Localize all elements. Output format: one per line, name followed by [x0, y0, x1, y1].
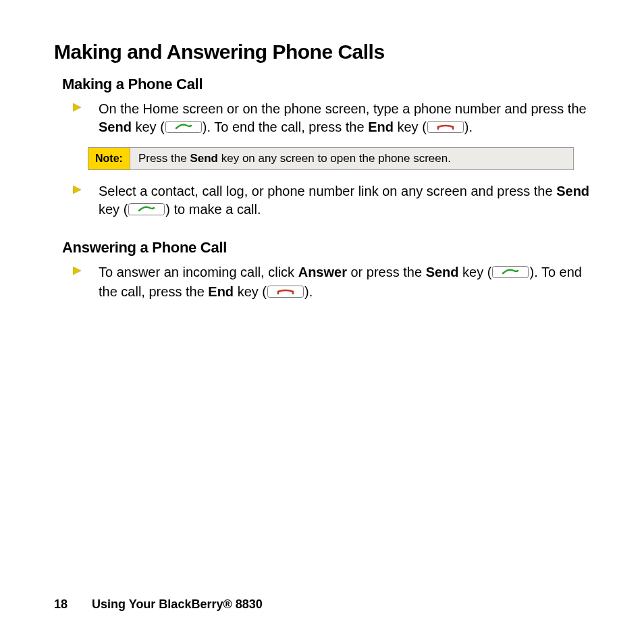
- text-fragment: ) to make a call.: [165, 202, 261, 217]
- text-fragment: or press the: [347, 265, 426, 279]
- list-item: To answer an incoming call, click Answer…: [73, 263, 590, 302]
- send-key-icon: [492, 265, 529, 283]
- end-key-icon: [267, 284, 304, 302]
- list-item: On the Home screen or on the phone scree…: [73, 100, 590, 138]
- text-fragment: ). To end the call, press the: [203, 119, 368, 134]
- section-heading-making: Making a Phone Call: [62, 76, 590, 93]
- note-label: Note:: [88, 148, 130, 169]
- text-fragment: Select a contact, call log, or phone num…: [99, 184, 556, 198]
- note-body: Press the Send key on any screen to open…: [130, 148, 573, 169]
- svg-rect-9: [268, 286, 304, 298]
- bullet-text: On the Home screen or on the phone scree…: [99, 100, 590, 138]
- bullet-triangle-icon: [73, 267, 84, 302]
- svg-marker-0: [73, 103, 81, 111]
- svg-rect-2: [427, 122, 463, 133]
- send-label: Send: [99, 119, 132, 134]
- text-fragment: On the Home screen or on the phone scree…: [99, 101, 587, 116]
- text-fragment: key (: [99, 202, 128, 217]
- svg-rect-8: [493, 267, 529, 278]
- svg-marker-7: [73, 267, 81, 275]
- text-fragment: To answer an incoming call, click: [99, 265, 298, 279]
- page-footer: 18Using Your BlackBerry® 8830: [54, 597, 263, 612]
- text-fragment: ).: [304, 284, 313, 299]
- send-label: Send: [556, 184, 589, 198]
- page-number: 18: [54, 597, 68, 612]
- bullet-text: Select a contact, call log, or phone num…: [99, 182, 590, 220]
- text-fragment: Press the: [138, 152, 190, 165]
- svg-marker-5: [73, 186, 81, 194]
- svg-rect-1: [165, 122, 201, 133]
- book-title: Using Your BlackBerry® 8830: [92, 597, 263, 611]
- page-title: Making and Answering Phone Calls: [54, 41, 590, 63]
- text-fragment: key (: [234, 284, 267, 299]
- send-label: Send: [426, 265, 459, 279]
- end-label: End: [368, 119, 394, 134]
- send-label: Send: [190, 152, 218, 165]
- svg-rect-6: [129, 204, 165, 215]
- text-fragment: ).: [464, 119, 473, 134]
- list-item: Select a contact, call log, or phone num…: [73, 182, 590, 220]
- send-key-icon: [165, 119, 202, 138]
- end-label: End: [208, 284, 234, 299]
- text-fragment: key (: [132, 119, 165, 134]
- bullet-text: To answer an incoming call, click Answer…: [99, 263, 590, 302]
- bullet-triangle-icon: [73, 103, 84, 138]
- document-page: Making and Answering Phone Calls Making …: [0, 0, 644, 644]
- note-box: Note: Press the Send key on any screen t…: [88, 147, 574, 170]
- section-heading-answering: Answering a Phone Call: [62, 239, 590, 257]
- answer-label: Answer: [298, 265, 347, 279]
- end-key-icon: [427, 119, 464, 138]
- text-fragment: key (: [459, 265, 492, 279]
- send-key-icon: [128, 202, 165, 220]
- text-fragment: key on any screen to open the phone scre…: [218, 152, 451, 165]
- bullet-triangle-icon: [73, 186, 84, 220]
- text-fragment: key (: [394, 119, 427, 134]
